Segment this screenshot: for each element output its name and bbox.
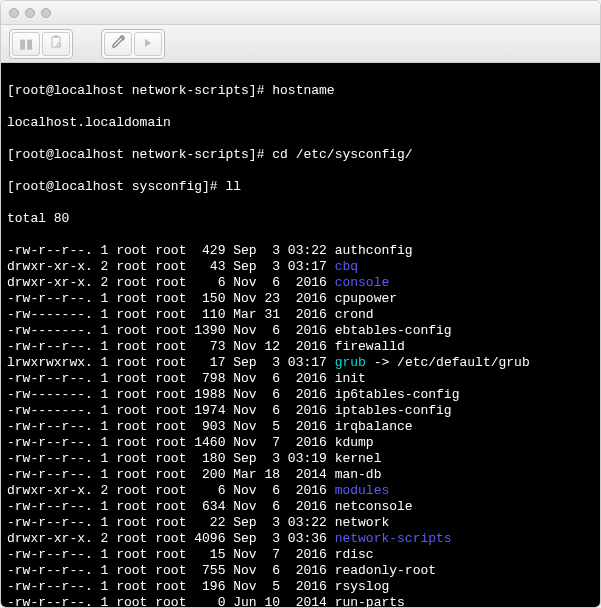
file-meta: drwxr-xr-x. 2 root root 6 Nov 6 2016 — [7, 483, 335, 498]
terminal-window: ▮▮ [root@localhost network-scripts]# — [0, 0, 601, 608]
list-item: -rw-r--r--. 1 root root 903 Nov 5 2016 i… — [7, 419, 594, 435]
file-name: ebtables-config — [335, 323, 452, 338]
list-item: -rw-r--r--. 1 root root 755 Nov 6 2016 r… — [7, 563, 594, 579]
svg-rect-1 — [54, 36, 58, 38]
command: ll — [225, 179, 241, 194]
list-item: -rw-r--r--. 1 root root 200 Mar 18 2014 … — [7, 467, 594, 483]
svg-rect-0 — [52, 37, 60, 47]
file-name: netconsole — [335, 499, 413, 514]
list-item: -rw-r--r--. 1 root root 798 Nov 6 2016 i… — [7, 371, 594, 387]
terminal-output[interactable]: [root@localhost network-scripts]# hostna… — [1, 63, 600, 607]
list-item: -rw-------. 1 root root 1390 Nov 6 2016 … — [7, 323, 594, 339]
file-meta: lrwxrwxrwx. 1 root root 17 Sep 3 03:17 — [7, 355, 335, 370]
file-meta: -rw-r--r--. 1 root root 1460 Nov 7 2016 — [7, 435, 335, 450]
list-item: -rw-r--r--. 1 root root 73 Nov 12 2016 f… — [7, 339, 594, 355]
prompt: [root@localhost sysconfig]# — [7, 179, 225, 194]
file-name: grub — [335, 355, 366, 370]
file-meta: -rw-r--r--. 1 root root 22 Sep 3 03:22 — [7, 515, 335, 530]
file-meta: drwxr-xr-x. 2 root root 4096 Sep 3 03:36 — [7, 531, 335, 546]
minimize-icon[interactable] — [25, 8, 35, 18]
hostname-output: localhost.localdomain — [7, 115, 594, 131]
file-meta: -rw-------. 1 root root 1988 Nov 6 2016 — [7, 387, 335, 402]
file-name: man-db — [335, 467, 382, 482]
file-meta: -rw-------. 1 root root 1390 Nov 6 2016 — [7, 323, 335, 338]
prompt: [root@localhost network-scripts]# — [7, 83, 272, 98]
file-name: rdisc — [335, 547, 374, 562]
window-controls — [9, 8, 51, 18]
file-meta: -rw-------. 1 root root 1974 Nov 6 2016 — [7, 403, 335, 418]
file-meta: -rw-r--r--. 1 root root 15 Nov 7 2016 — [7, 547, 335, 562]
file-name: authconfig — [335, 243, 413, 258]
file-name: cpupower — [335, 291, 397, 306]
file-meta: -rw-r--r--. 1 root root 196 Nov 5 2016 — [7, 579, 335, 594]
file-meta: drwxr-xr-x. 2 root root 43 Sep 3 03:17 — [7, 259, 335, 274]
file-name: network-scripts — [335, 531, 452, 546]
file-name: firewalld — [335, 339, 405, 354]
file-meta: -rw-r--r--. 1 root root 429 Sep 3 03:22 — [7, 243, 335, 258]
list-item: drwxr-xr-x. 2 root root 4096 Sep 3 03:36… — [7, 531, 594, 547]
file-meta: -rw-r--r--. 1 root root 0 Jun 10 2014 — [7, 595, 335, 607]
file-meta: drwxr-xr-x. 2 root root 6 Nov 6 2016 — [7, 275, 335, 290]
file-meta: -rw-r--r--. 1 root root 200 Mar 18 2014 — [7, 467, 335, 482]
list-item: drwxr-xr-x. 2 root root 43 Sep 3 03:17 c… — [7, 259, 594, 275]
list-item: -rw-r--r--. 1 root root 0 Jun 10 2014 ru… — [7, 595, 594, 607]
clipboard-button[interactable] — [42, 32, 70, 56]
wrench-icon — [111, 35, 125, 52]
list-item: -rw-r--r--. 1 root root 429 Sep 3 03:22 … — [7, 243, 594, 259]
list-item: -rw-r--r--. 1 root root 634 Nov 6 2016 n… — [7, 499, 594, 515]
list-item: drwxr-xr-x. 2 root root 6 Nov 6 2016 mod… — [7, 483, 594, 499]
list-item: -rw-r--r--. 1 root root 15 Nov 7 2016 rd… — [7, 547, 594, 563]
file-name: rsyslog — [335, 579, 390, 594]
file-meta: -rw-r--r--. 1 root root 634 Nov 6 2016 — [7, 499, 335, 514]
tool-group-right — [101, 29, 165, 59]
list-item: -rw-------. 1 root root 1974 Nov 6 2016 … — [7, 403, 594, 419]
list-item: -rw-r--r--. 1 root root 196 Nov 5 2016 r… — [7, 579, 594, 595]
pause-icon: ▮▮ — [19, 36, 33, 51]
file-name: cbq — [335, 259, 358, 274]
pause-button[interactable]: ▮▮ — [12, 32, 40, 56]
command: hostname — [272, 83, 334, 98]
list-item: -rw-------. 1 root root 110 Mar 31 2016 … — [7, 307, 594, 323]
list-item: -rw-------. 1 root root 1988 Nov 6 2016 … — [7, 387, 594, 403]
file-meta: -rw-r--r--. 1 root root 150 Nov 23 2016 — [7, 291, 335, 306]
file-name: console — [335, 275, 390, 290]
file-meta: -rw-r--r--. 1 root root 180 Sep 3 03:19 — [7, 451, 335, 466]
list-item: -rw-r--r--. 1 root root 180 Sep 3 03:19 … — [7, 451, 594, 467]
prompt: [root@localhost network-scripts]# — [7, 147, 272, 162]
file-name: readonly-root — [335, 563, 436, 578]
file-meta: -rw-r--r--. 1 root root 798 Nov 6 2016 — [7, 371, 335, 386]
list-item: -rw-r--r--. 1 root root 1460 Nov 7 2016 … — [7, 435, 594, 451]
file-listing: -rw-r--r--. 1 root root 429 Sep 3 03:22 … — [7, 243, 594, 607]
list-item: drwxr-xr-x. 2 root root 6 Nov 6 2016 con… — [7, 275, 594, 291]
file-name: kernel — [335, 451, 382, 466]
file-name: network — [335, 515, 390, 530]
file-meta: -rw-r--r--. 1 root root 903 Nov 5 2016 — [7, 419, 335, 434]
file-name: modules — [335, 483, 390, 498]
file-meta: -rw-r--r--. 1 root root 755 Nov 6 2016 — [7, 563, 335, 578]
file-name: crond — [335, 307, 374, 322]
total-line: total 80 — [7, 211, 594, 227]
toolbar: ▮▮ — [1, 25, 600, 63]
command: cd /etc/sysconfig/ — [272, 147, 412, 162]
file-name: init — [335, 371, 366, 386]
file-meta: -rw-------. 1 root root 110 Mar 31 2016 — [7, 307, 335, 322]
titlebar — [1, 1, 600, 25]
list-item: -rw-r--r--. 1 root root 150 Nov 23 2016 … — [7, 291, 594, 307]
play-button[interactable] — [134, 32, 162, 56]
maximize-icon[interactable] — [41, 8, 51, 18]
file-name: irqbalance — [335, 419, 413, 434]
file-name: ip6tables-config — [335, 387, 460, 402]
play-icon — [143, 36, 153, 51]
clipboard-icon — [49, 35, 63, 52]
list-item: -rw-r--r--. 1 root root 22 Sep 3 03:22 n… — [7, 515, 594, 531]
file-name: kdump — [335, 435, 374, 450]
settings-button[interactable] — [104, 32, 132, 56]
symlink-target: -> /etc/default/grub — [366, 355, 530, 370]
close-icon[interactable] — [9, 8, 19, 18]
file-name: run-parts — [335, 595, 405, 607]
file-name: iptables-config — [335, 403, 452, 418]
file-meta: -rw-r--r--. 1 root root 73 Nov 12 2016 — [7, 339, 335, 354]
tool-group-left: ▮▮ — [9, 29, 73, 59]
list-item: lrwxrwxrwx. 1 root root 17 Sep 3 03:17 g… — [7, 355, 594, 371]
